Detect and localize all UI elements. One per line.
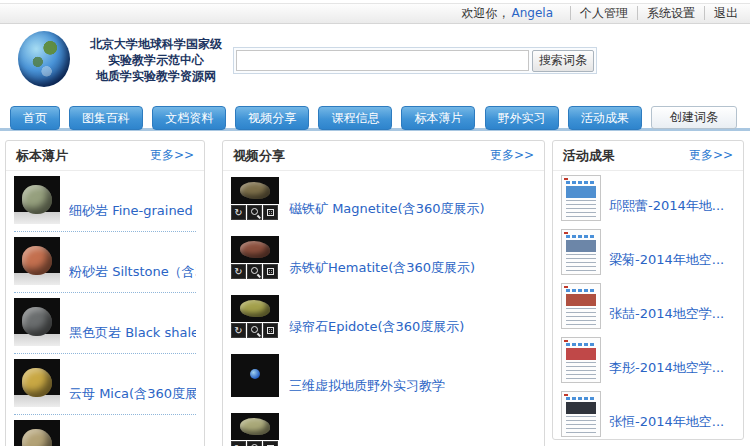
document-photo [566,186,596,198]
video-controls: ↻ [231,205,279,220]
search-button[interactable]: 搜索词条 [532,50,594,72]
rotate-icon: ↻ [231,323,246,338]
rock-image [240,300,270,317]
document-header-strip [566,181,596,184]
video-link[interactable]: 绿帘石Epidote(含360度展示) [289,318,464,338]
document-photo [566,348,596,360]
rotate-icon: ↻ [231,205,246,220]
rock-image [240,182,270,199]
list-item: 白云母 Muscovite (含3... [6,415,204,446]
activity-link[interactable]: 邱熙蕾-2014年地... [609,197,724,221]
activities-panel: 更多>> 活动成果 邱熙蕾-2014年地... 梁菊-2014年地空... [552,140,744,440]
activity-thumbnail[interactable] [561,283,601,329]
rock-image [240,418,270,435]
specimen-link[interactable]: 细砂岩 Fine-grained ... [69,202,196,224]
site-logo-earth-icon[interactable] [18,31,70,87]
topbar-link-settings[interactable]: 系统设置 [637,6,695,20]
video-controls: ↻ [231,323,279,338]
activity-link[interactable]: 张恒-2014年地空... [609,413,724,437]
fullscreen-icon [263,205,278,220]
page: 欢迎你，Angela个人管理系统设置退出 北京大学地球科学国家级 实验教学示范中… [0,0,750,446]
topbar: 欢迎你，Angela个人管理系统设置退出 [0,3,750,24]
tab-videos[interactable]: 视频分享 [235,106,309,130]
rock-image [22,185,52,214]
magnifier-icon [247,441,262,446]
welcome-text: 欢迎你，Angela [461,6,553,20]
specimen-thumbnail[interactable] [14,176,60,224]
specimen-link[interactable]: 黑色页岩 Black shale（... [69,324,196,346]
rotate-icon: ↻ [231,441,246,446]
site-title-line2: 实验教学示范中心 [70,52,242,68]
video-thumbnail[interactable]: ↻ [231,295,279,338]
specimen-thumbnail[interactable] [14,237,60,285]
specimen-thumbnail[interactable] [14,420,60,446]
document-text-lines [566,308,596,325]
rock-image [22,307,52,336]
specimen-link[interactable]: 云母 Mica(含360度展示) [69,385,196,407]
video-link[interactable]: 赤铁矿Hematite(含360度展示) [289,259,475,279]
specimen-thumbnail[interactable] [14,298,60,346]
activity-thumbnail[interactable] [561,337,601,383]
rock-image [22,246,52,275]
search-input[interactable] [236,50,529,71]
document-header-strip [566,343,596,346]
fullscreen-icon [263,264,278,279]
tab-gallery[interactable]: 图集百科 [69,106,143,130]
nav-tabs: 首页 图集百科 文档资料 视频分享 课程信息 标本薄片 野外实习 活动成果 [10,106,646,130]
video-thumbnail[interactable] [231,354,279,397]
activity-link[interactable]: 张喆-2014地空学... [609,305,724,329]
tab-home[interactable]: 首页 [10,106,60,130]
topbar-link-logout[interactable]: 退出 [704,6,738,20]
activities-more-link[interactable]: 更多>> [689,141,733,170]
list-item: 李彤-2014地空学... [553,333,743,387]
list-item: 张喆-2014地空学... [553,279,743,333]
list-item: 三维虚拟地质野外实习教学 [223,348,544,407]
rock-image [22,368,52,397]
activities-panel-header: 更多>> 活动成果 [553,141,743,171]
videos-panel-header: 更多>> 视频分享 [223,141,544,171]
video-thumbnail[interactable]: ↻ [231,413,279,446]
create-entry-button[interactable]: 创建词条 [651,106,737,129]
site-title-line3: 地质学实验教学资源网 [70,68,242,84]
activity-link[interactable]: 梁菊-2014年地空... [609,251,724,275]
activity-thumbnail[interactable] [561,229,601,275]
video-link[interactable]: 三维虚拟地质野外实习教学 [289,377,445,397]
activity-link[interactable]: 李彤-2014地空学... [609,359,724,383]
activity-thumbnail[interactable] [561,175,601,221]
rock-image [240,241,270,258]
video-thumbnail[interactable]: ↻ [231,236,279,279]
globe-icon [250,369,260,379]
document-text-lines [566,416,596,433]
magnifier-icon [247,323,262,338]
video-thumbnail[interactable]: ↻ [231,177,279,220]
tab-fieldwork[interactable]: 野外实习 [485,106,559,130]
activity-thumbnail[interactable] [561,391,601,437]
document-photo [566,402,596,414]
activities-panel-title: 活动成果 [563,148,615,163]
username-link[interactable]: Angela [511,6,553,20]
videos-panel-title: 视频分享 [233,148,285,163]
fullscreen-icon [263,323,278,338]
magnifier-icon [247,264,262,279]
video-link[interactable]: 磁铁矿 Magnetite(含360度展示) [289,200,485,220]
list-item: ↻ 绿帘石Epidote(含360度展示) [223,289,544,348]
tab-courses[interactable]: 课程信息 [318,106,392,130]
videos-more-link[interactable]: 更多>> [490,141,534,170]
topbar-links: 欢迎你，Angela个人管理系统设置退出 [461,4,750,23]
tab-specimens[interactable]: 标本薄片 [401,106,475,130]
search-bar: 搜索词条 [233,47,597,74]
document-photo [566,294,596,306]
videos-panel: 更多>> 视频分享 ↻ 磁铁矿 Magnetite(含360度展示) [222,140,545,446]
tab-activities[interactable]: 活动成果 [568,106,642,130]
document-text-lines [566,254,596,271]
list-item: 邱熙蕾-2014年地... [553,171,743,225]
specimens-more-link[interactable]: 更多>> [150,141,194,170]
video-frame [231,413,279,440]
tab-documents[interactable]: 文档资料 [152,106,226,130]
specimen-thumbnail[interactable] [14,359,60,407]
specimen-link[interactable]: 粉砂岩 Siltstone（含36... [69,263,196,285]
specimens-panel-title: 标本薄片 [16,148,68,163]
list-item: ↻ [223,407,544,446]
topbar-link-account[interactable]: 个人管理 [570,6,628,20]
site-title-line1: 北京大学地球科学国家级 [70,36,242,52]
